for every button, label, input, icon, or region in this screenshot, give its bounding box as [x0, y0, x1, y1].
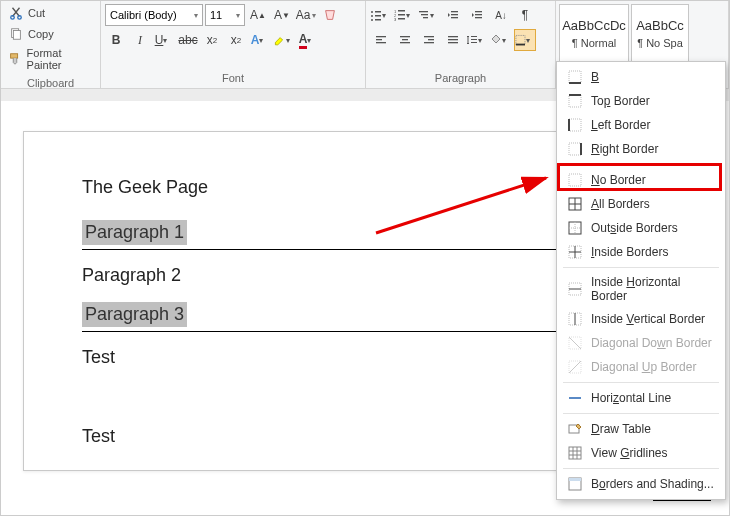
svg-rect-28	[376, 42, 386, 43]
style-normal[interactable]: AaBbCcDc ¶ Normal	[559, 4, 629, 62]
menu-no-border[interactable]: No Border	[559, 168, 723, 192]
menu-separator	[563, 267, 719, 268]
superscript-button[interactable]: x2	[225, 29, 247, 51]
svg-rect-36	[448, 39, 458, 40]
borders-dropdown-menu: B Top Border Left Border Right Border No…	[556, 61, 726, 500]
highlight-button[interactable]: ▾	[273, 29, 295, 51]
justify-button[interactable]	[442, 29, 464, 51]
format-painter-label: Format Painter	[27, 47, 93, 71]
strikethrough-button[interactable]: abc	[177, 29, 199, 51]
menu-inside-borders[interactable]: Inside Borders	[559, 240, 723, 264]
svg-rect-51	[569, 174, 581, 186]
increase-indent-button[interactable]	[466, 4, 488, 26]
menu-borders-and-shading[interactable]: Borders and Shading...	[559, 472, 723, 496]
underline-button[interactable]: U▾	[153, 29, 175, 51]
menu-all-borders[interactable]: All Borders	[559, 192, 723, 216]
align-right-button[interactable]	[418, 29, 440, 51]
style-preview: AaBbCc	[636, 18, 684, 33]
svg-rect-32	[424, 36, 434, 37]
copy-label: Copy	[28, 28, 54, 40]
italic-button[interactable]: I	[129, 29, 151, 51]
menu-horizontal-line[interactable]: Horizontal Line	[559, 386, 723, 410]
cut-button[interactable]: Cut	[5, 3, 96, 23]
menu-inside-vertical-border[interactable]: Inside Vertical Border	[559, 307, 723, 331]
copy-button[interactable]: Copy	[5, 24, 96, 44]
svg-rect-37	[448, 42, 458, 43]
svg-point-0	[11, 16, 15, 20]
svg-rect-20	[451, 11, 458, 12]
cut-icon	[8, 5, 24, 21]
sort-button[interactable]: A↓	[490, 4, 512, 26]
line-spacing-button[interactable]: ▾	[466, 29, 488, 51]
svg-point-9	[371, 19, 373, 21]
paragraph-group-label: Paragraph	[366, 70, 555, 88]
font-name-value: Calibri (Body)	[110, 9, 177, 21]
text-effects-button[interactable]: A▾	[249, 29, 271, 51]
copy-icon	[8, 26, 24, 42]
svg-rect-14	[398, 14, 405, 16]
svg-point-7	[371, 15, 373, 17]
horizontal-line-icon	[567, 390, 583, 406]
all-borders-icon	[567, 196, 583, 212]
style-name: ¶ Normal	[572, 37, 616, 49]
style-name: ¶ No Spa	[637, 37, 683, 49]
clear-formatting-button[interactable]	[319, 4, 341, 26]
menu-right-border[interactable]: Right Border	[559, 137, 723, 161]
shading-button[interactable]: ▾	[490, 29, 512, 51]
font-color-button[interactable]: A▾	[297, 29, 319, 51]
bold-button[interactable]: B	[105, 29, 127, 51]
menu-separator	[563, 382, 719, 383]
format-painter-button[interactable]: Format Painter	[5, 45, 96, 73]
svg-rect-26	[376, 36, 386, 37]
svg-rect-71	[569, 447, 581, 459]
align-left-button[interactable]	[370, 29, 392, 51]
svg-rect-23	[475, 11, 482, 12]
menu-top-border[interactable]: Top Border	[559, 89, 723, 113]
svg-rect-3	[13, 31, 20, 40]
svg-rect-30	[402, 39, 408, 40]
cut-label: Cut	[28, 7, 45, 19]
show-hide-marks-button[interactable]: ¶	[514, 4, 536, 26]
multilevel-list-button[interactable]: ▾	[418, 4, 440, 26]
numbering-button[interactable]: 123▾	[394, 4, 416, 26]
menu-inside-horizontal-border[interactable]: Inside Horizontal Border	[559, 271, 723, 307]
style-preview: AaBbCcDc	[562, 18, 626, 33]
svg-rect-38	[471, 36, 477, 37]
menu-diagonal-up-border: Diagonal Up Border	[559, 355, 723, 379]
bottom-border-icon	[567, 69, 583, 85]
menu-diagonal-down-border: Diagonal Down Border	[559, 331, 723, 355]
decrease-indent-button[interactable]	[442, 4, 464, 26]
font-group-label: Font	[101, 70, 365, 88]
svg-rect-43	[569, 71, 581, 83]
svg-rect-77	[569, 478, 581, 481]
view-gridlines-icon	[567, 445, 583, 461]
no-border-icon	[567, 172, 583, 188]
grow-font-button[interactable]: A▲	[247, 4, 269, 26]
menu-bottom-border[interactable]: B	[559, 65, 723, 89]
inside-vertical-icon	[567, 311, 583, 327]
svg-text:3: 3	[394, 17, 397, 21]
align-center-button[interactable]	[394, 29, 416, 51]
bullets-button[interactable]: ▾	[370, 4, 392, 26]
borders-button[interactable]: ▾	[514, 29, 536, 51]
shrink-font-button[interactable]: A▼	[271, 4, 293, 26]
menu-outside-borders[interactable]: Outside Borders	[559, 216, 723, 240]
font-name-combo[interactable]: Calibri (Body) ▾	[105, 4, 203, 26]
menu-view-gridlines[interactable]: View Gridlines	[559, 441, 723, 465]
font-size-combo[interactable]: 11 ▾	[205, 4, 245, 26]
style-no-spacing[interactable]: AaBbCc ¶ No Spa	[631, 4, 689, 62]
change-case-button[interactable]: Aa▾	[295, 4, 317, 26]
clipboard-group: Cut Copy Format Painter Clipboard	[1, 1, 101, 88]
menu-separator	[563, 413, 719, 414]
svg-rect-6	[375, 11, 381, 13]
font-group: Calibri (Body) ▾ 11 ▾ A▲ A▼ Aa▾ B I U▾ a…	[101, 1, 366, 88]
svg-point-5	[371, 11, 373, 13]
svg-rect-12	[398, 10, 405, 12]
svg-rect-25	[475, 17, 482, 18]
subscript-button[interactable]: x2	[201, 29, 223, 51]
svg-rect-8	[375, 15, 381, 17]
menu-draw-table[interactable]: Draw Table	[559, 417, 723, 441]
svg-line-66	[569, 337, 581, 349]
menu-left-border[interactable]: Left Border	[559, 113, 723, 137]
svg-rect-17	[419, 11, 428, 12]
